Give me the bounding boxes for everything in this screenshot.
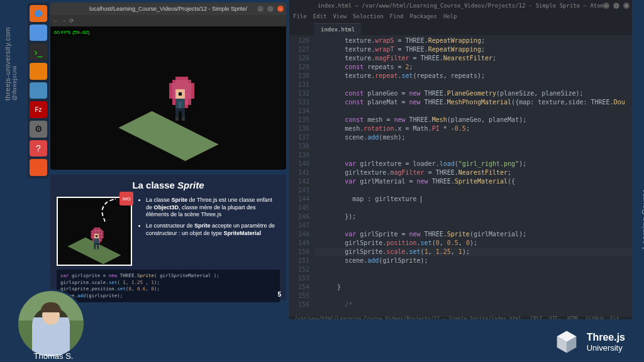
menu-packages[interactable]: Packages [410, 13, 437, 19]
footer-bar [0, 319, 644, 362]
back-icon[interactable]: ← [53, 18, 58, 24]
browser-title: localhost/Learning_Course_Videos/Project… [89, 6, 247, 12]
settings-icon[interactable]: ⚙ [30, 121, 47, 138]
slide-title: La classe Sprite [57, 180, 280, 190]
editor-menu: FileEditViewSelectionFindPackagesHelp [289, 11, 632, 21]
menu-find[interactable]: Find [390, 13, 404, 19]
editor-title: index.html — /var/www/html/Learning_Cour… [318, 3, 604, 9]
code-area[interactable]: 126 127 128 129 130 131 132 133 134 135 … [289, 35, 632, 317]
forward-icon[interactable]: → [61, 18, 67, 24]
menu-selection[interactable]: Selection [353, 13, 384, 19]
menu-file[interactable]: File [293, 13, 307, 19]
tab-index-html[interactable]: index.html [314, 23, 361, 35]
blender-icon[interactable] [30, 63, 47, 80]
filemanager-icon[interactable] [30, 25, 47, 41]
arrow-icon [98, 198, 122, 222]
cube-icon [553, 328, 580, 356]
girl-sprite [166, 77, 171, 82]
browser-window: localhost/Learning_Course_Videos/Project… [50, 3, 286, 170]
slide-bullets: La classe Sprite de Three.js est une cla… [138, 197, 280, 266]
help-icon[interactable]: ? [30, 140, 47, 157]
editor-minimize-button[interactable]: – [603, 3, 609, 9]
slide-bullet: La classe Sprite de Three.js est une cla… [146, 197, 280, 219]
maximize-button[interactable]: □ [267, 6, 274, 12]
ground-plane [118, 111, 218, 162]
menu-help[interactable]: Help [443, 13, 457, 19]
threejs-viewport[interactable]: 60 FPS (59–62) [50, 26, 286, 170]
editor-titlebar: index.html — /var/www/html/Learning_Cour… [289, 0, 632, 11]
menu-view[interactable]: View [333, 13, 347, 19]
editor-maximize-button[interactable]: □ [613, 3, 619, 9]
filezilla-icon[interactable]: Fz [30, 101, 47, 118]
slide-code-block: var girlsprite = new THREE.Sprite( girlS… [57, 270, 280, 302]
editor-close-button[interactable]: × [623, 3, 630, 9]
ubuntu-dock: ›_ Fz ⚙ ? [28, 3, 49, 178]
minimize-button[interactable]: – [257, 6, 264, 12]
menu-edit[interactable]: Edit [313, 13, 327, 19]
author-avatar [16, 289, 86, 358]
terminal-icon[interactable]: ›_ [30, 43, 47, 60]
close-button[interactable]: × [277, 6, 284, 12]
browser-titlebar: localhost/Learning_Course_Videos/Project… [50, 3, 286, 15]
logo-line1: Three.js [587, 332, 625, 343]
godot-icon[interactable] [30, 82, 47, 99]
editor-tabs: index.html [289, 21, 632, 35]
threejs-university-logo: Three.js University [553, 328, 625, 356]
slide-illustration: IMG [57, 197, 132, 266]
author-name: Thomas S. [25, 351, 82, 361]
brand-right: Learning Course 1.0.0 [640, 189, 644, 249]
reload-icon[interactable]: ⟳ [69, 18, 74, 24]
img-badge-icon: IMG [119, 192, 133, 206]
slide-bullet: Le constructeur de Sprite accepte un par… [146, 222, 280, 237]
line-gutter: 126 127 128 129 130 131 132 133 134 135 … [289, 35, 314, 317]
atom-editor: index.html — /var/www/html/Learning_Cour… [289, 0, 632, 327]
code-content[interactable]: texture.wrapS = THREE.RepeatWrapping; te… [314, 35, 632, 317]
presentation-slide: La classe Sprite IMG La classe Sprite de… [50, 175, 286, 300]
brand-left: threejs-university.com @threejsUni [4, 27, 18, 101]
firefox-icon[interactable] [30, 5, 47, 22]
browser-toolbar: ← → ⟳ [50, 15, 286, 26]
page-number: 5 [277, 291, 281, 298]
fps-counter: 60 FPS (59–62) [53, 29, 91, 36]
software-icon[interactable] [30, 159, 47, 176]
logo-line2: University [587, 343, 625, 353]
